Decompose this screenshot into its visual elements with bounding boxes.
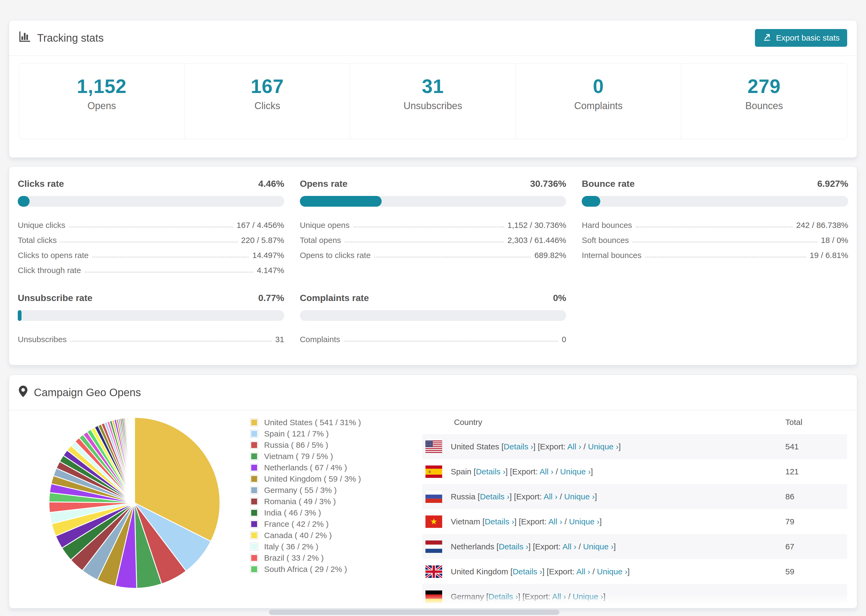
rate-detail-label: Unsubscribes: [18, 335, 67, 344]
export-icon: [762, 33, 772, 44]
legend-color-swatch: [250, 543, 258, 551]
nl-flag-icon: [425, 541, 442, 553]
total-cell: 86: [785, 492, 847, 501]
details-link[interactable]: Details ›: [480, 492, 509, 501]
export-basic-stats-button[interactable]: Export basic stats: [755, 29, 847, 47]
legend-item: Germany ( 55 / 3% ): [250, 485, 401, 496]
geo-table-row: United Kingdom [Details ›] [Export: All …: [422, 559, 847, 584]
summary-stat: 167 Clicks: [185, 64, 350, 139]
legend-color-swatch: [250, 475, 258, 483]
export-all-link[interactable]: All ›: [540, 467, 553, 476]
export-all-link[interactable]: All ›: [567, 442, 581, 451]
country-cell: Netherlands [Details ›] [Export: All › /…: [451, 542, 785, 551]
details-link[interactable]: Details ›: [488, 592, 518, 601]
rate-detail-row: Clicks to opens rate 14.497%: [18, 245, 284, 260]
legend-color-swatch: [250, 464, 258, 472]
rate-detail-label: Complaints: [300, 335, 340, 344]
unsubscribe-rate-block: Unsubscribe rate 0.77% Unsubscribes 31: [18, 293, 284, 344]
details-link[interactable]: Details ›: [476, 467, 505, 476]
legend-label: Netherlands ( 67 / 4% ): [264, 463, 347, 472]
legend-label: Canada ( 40 / 2% ): [264, 531, 332, 540]
clicks-rate-block: Clicks rate 4.46% Unique clicks 167 / 4.…: [18, 178, 284, 275]
rate-detail-value: 242 / 86.738%: [796, 221, 849, 230]
us-flag-icon: [425, 440, 442, 453]
details-link[interactable]: Details ›: [499, 542, 528, 551]
geo-table-row: Germany [Details ›] [Export: All › / Uni…: [422, 584, 847, 608]
rate-detail-value: 19 / 6.81%: [810, 251, 848, 260]
dotted-leader: [92, 257, 249, 258]
de-flag-icon: [425, 591, 442, 603]
rate-detail-row: Opens to clicks rate 689.82%: [300, 245, 567, 260]
legend-color-swatch: [250, 430, 258, 438]
rate-detail-row: Complaints 0: [300, 329, 567, 344]
legend-item: Canada ( 40 / 2% ): [250, 530, 401, 541]
summary-stat: 31 Unsubscribes: [350, 64, 516, 139]
total-cell: 79: [785, 517, 847, 526]
legend-item: United States ( 541 / 31% ): [250, 417, 401, 428]
unsubscribe-rate-progress-bar: [18, 310, 284, 321]
dotted-leader: [85, 272, 253, 272]
rate-detail-row: Unique clicks 167 / 4.456%: [18, 215, 284, 230]
complaints-rate-value: 0%: [553, 293, 566, 303]
country-cell: Spain [Details ›] [Export: All › / Uniqu…: [451, 467, 785, 476]
opens-rate-block: Opens rate 30.736% Unique opens 1,152 / …: [300, 178, 567, 275]
total-column-header: Total: [785, 418, 847, 427]
opens-rate-progress-bar: [300, 196, 567, 207]
summary-stat: 0 Complaints: [516, 64, 682, 139]
legend-color-swatch: [250, 452, 258, 460]
legend-label: Russia ( 86 / 5% ): [264, 440, 328, 449]
rate-detail-label: Total clicks: [18, 236, 57, 245]
details-link[interactable]: Details ›: [485, 517, 514, 526]
tracking-stats-card: Tracking stats Export basic stats 1,152 …: [9, 20, 857, 158]
geo-opens-header: Campaign Geo Opens: [9, 375, 857, 410]
geo-table-row: United States [Details ›] [Export: All ›…: [422, 434, 847, 459]
geo-table-row: Vietnam [Details ›] [Export: All › / Uni…: [422, 509, 847, 534]
legend-label: South Africa ( 29 / 2% ): [264, 565, 347, 574]
rate-detail-value: 2,303 / 61.446%: [507, 236, 567, 245]
clicks-rate-value: 4.46%: [258, 178, 284, 189]
export-unique-link[interactable]: Unique ›: [597, 567, 627, 576]
tracking-stats-title: Tracking stats: [19, 31, 104, 45]
export-all-link[interactable]: All ›: [552, 592, 566, 601]
export-all-link[interactable]: All ›: [548, 517, 562, 526]
export-unique-link[interactable]: Unique ›: [588, 442, 618, 451]
country-cell: United States [Details ›] [Export: All ›…: [451, 442, 785, 451]
rate-detail-row: Unique opens 1,152 / 30.736%: [300, 215, 567, 230]
export-unique-link[interactable]: Unique ›: [569, 517, 600, 526]
legend-label: France ( 42 / 2% ): [264, 520, 329, 529]
rate-detail-value: 4.147%: [257, 266, 284, 275]
legend-item: Brazil ( 33 / 2% ): [250, 552, 401, 564]
geo-table-row: Netherlands [Details ›] [Export: All › /…: [422, 534, 847, 559]
summary-stat-value: 167: [251, 77, 284, 96]
export-unique-link[interactable]: Unique ›: [564, 492, 595, 501]
export-unique-link[interactable]: Unique ›: [583, 542, 614, 551]
summary-stat-value: 1,152: [77, 77, 127, 96]
export-all-link[interactable]: All ›: [576, 567, 590, 576]
legend-color-swatch: [250, 554, 258, 562]
export-all-link[interactable]: All ›: [543, 492, 557, 501]
legend-item: France ( 42 / 2% ): [250, 519, 401, 530]
rate-detail-row: Click through rate 4.147%: [18, 260, 284, 275]
summary-stat-value: 0: [593, 77, 604, 96]
details-link[interactable]: Details ›: [513, 567, 542, 576]
horizontal-scrollbar-thumb[interactable]: [269, 610, 559, 615]
legend-label: India ( 46 / 3% ): [264, 508, 321, 517]
details-link[interactable]: Details ›: [504, 442, 533, 451]
legend-label: Spain ( 121 / 7% ): [264, 429, 329, 438]
total-cell: 541: [785, 442, 847, 451]
rate-detail-row: Total clicks 220 / 5.87%: [18, 230, 284, 245]
geo-pie-chart[interactable]: [46, 414, 223, 592]
legend-color-swatch: [250, 531, 258, 539]
export-all-link[interactable]: All ›: [562, 542, 576, 551]
dotted-leader: [71, 341, 272, 342]
gb-flag-icon: [425, 566, 442, 578]
page-title: Tracking stats: [37, 32, 104, 44]
country-cell: Germany [Details ›] [Export: All › / Uni…: [451, 592, 785, 601]
ru-flag-icon: [425, 490, 442, 503]
rate-detail-value: 220 / 5.87%: [241, 236, 284, 245]
geo-table-row: Russia [Details ›] [Export: All › / Uniq…: [422, 484, 847, 509]
dotted-leader: [345, 242, 504, 242]
rate-detail-label: Hard bounces: [582, 221, 632, 230]
export-unique-link[interactable]: Unique ›: [560, 467, 590, 476]
export-unique-link[interactable]: Unique ›: [573, 592, 603, 601]
